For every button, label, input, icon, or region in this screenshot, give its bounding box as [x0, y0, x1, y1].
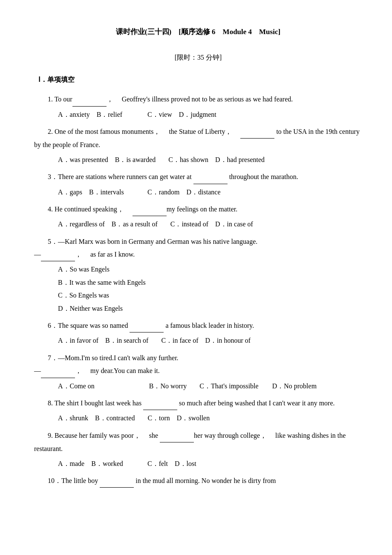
option-8a: A．shrunk B．contracted — [58, 412, 135, 425]
question-3-options: A．gaps B．intervals C．random D．distance — [58, 186, 362, 199]
option-8c: C．torn D．swollen — [147, 412, 224, 425]
question-1-text: 1. To our ， Geoffrey's illness proved no… — [34, 93, 362, 106]
option-5b: B．It was the same with Engels — [58, 276, 362, 289]
question-9-options: A．made B．worked C．felt D．lost — [58, 457, 362, 470]
option-5d: D．Neither was Engels — [58, 302, 362, 315]
question-7: 7．—Mom.I'm so tired.I can't walk any fur… — [34, 352, 362, 393]
question-2: 2. One of the most famous monuments， the… — [34, 125, 362, 166]
question-9: 9. Because her family was poor， she her … — [34, 429, 362, 470]
question-1-options: A．anxiety B．relief C．view D．judgment — [58, 108, 362, 121]
option-2a: A．was presented B．is awarded — [58, 153, 156, 166]
question-9-text: 9. Because her family was poor， she her … — [34, 429, 362, 456]
question-10: 10．The little boy in the mud all morning… — [34, 474, 362, 488]
option-3a: A．gaps B．intervals — [58, 186, 135, 199]
question-2-text: 2. One of the most famous monuments， the… — [34, 125, 362, 152]
question-6-options: A．in favor of B．in search of C．in face o… — [58, 334, 362, 347]
page-title: 课时作业(三十四) [顺序选修 6 Module 4 Music] — [34, 26, 362, 39]
question-3-text: 3．There are stations where runners can g… — [34, 171, 362, 184]
option-4a: A．regardless of B．as a result of — [58, 218, 158, 231]
time-limit: [限时：35 分钟] — [34, 52, 362, 64]
question-6-text: 6．The square was so named a famous black… — [34, 319, 362, 332]
option-1a: A．anxiety B．relief — [58, 108, 135, 121]
question-10-text: 10．The little boy in the mud all morning… — [34, 474, 362, 488]
question-2-options: A．was presented B．is awarded C．has shown… — [58, 153, 362, 166]
option-9a: A．made B．worked — [58, 457, 135, 470]
option-6a: A．in favor of B．in search of — [58, 334, 148, 347]
option-5c: C．So Engels was — [58, 289, 362, 302]
question-3: 3．There are stations where runners can g… — [34, 171, 362, 199]
option-6c: C．in face of D．in honour of — [161, 334, 251, 347]
option-2c: C．has shown D．had presented — [168, 153, 265, 166]
question-6: 6．The square was so named a famous black… — [34, 319, 362, 347]
option-3c: C．random D．distance — [147, 186, 224, 199]
question-4-options: A．regardless of B．as a result of C．inste… — [58, 218, 362, 231]
option-5a: A．So was Engels — [58, 263, 362, 276]
question-5-text: 5．—Karl Marx was born in Germany and Ger… — [34, 235, 362, 262]
option-7a: A．Come on B．No worry — [58, 380, 187, 393]
question-8: 8. The shirt I bought last week has so m… — [34, 397, 362, 425]
question-8-options: A．shrunk B．contracted C．torn D．swollen — [58, 412, 362, 425]
question-4: 4. He continued speaking， my feelings on… — [34, 203, 362, 231]
option-7c: C．That's impossible D．No problem — [199, 380, 317, 393]
question-8-text: 8. The shirt I bought last week has so m… — [34, 397, 362, 410]
question-5: 5．—Karl Marx was born in Germany and Ger… — [34, 235, 362, 315]
question-1: 1. To our ， Geoffrey's illness proved no… — [34, 93, 362, 121]
section1-title: Ⅰ．单项填空 — [38, 74, 362, 86]
question-7-options: A．Come on B．No worry C．That's impossible… — [58, 380, 362, 393]
question-4-text: 4. He continued speaking， my feelings on… — [34, 203, 362, 216]
option-9c: C．felt D．lost — [147, 457, 224, 470]
option-1c: C．view D．judgment — [147, 108, 224, 121]
option-4c: C．instead of D．in case of — [170, 218, 253, 231]
question-7-text: 7．—Mom.I'm so tired.I can't walk any fur… — [34, 352, 362, 378]
question-5-options: A．So was Engels B．It was the same with E… — [58, 263, 362, 315]
